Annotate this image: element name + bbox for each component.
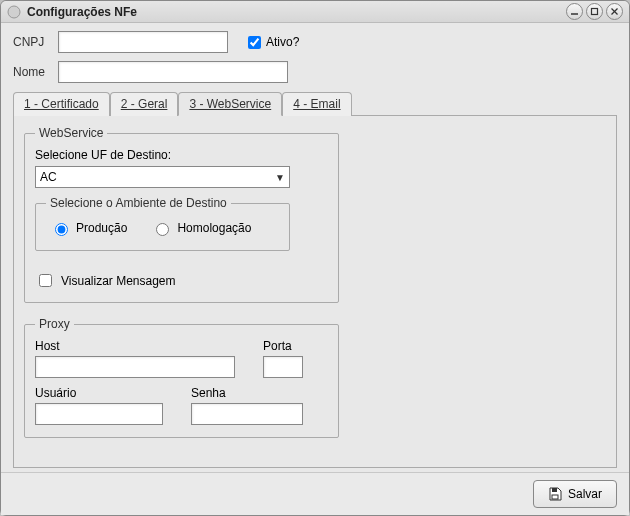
proxy-fieldset: Proxy Host Porta Usuário [24, 317, 339, 438]
ambiente-fieldset: Selecione o Ambiente de Destino Produção… [35, 196, 290, 251]
radio-homolog[interactable] [156, 223, 169, 236]
ativo-label: Ativo? [266, 35, 299, 49]
host-label: Host [35, 339, 235, 353]
window-title: Configurações NFe [27, 5, 137, 19]
radio-homolog-wrap[interactable]: Homologação [151, 220, 251, 236]
close-button[interactable] [606, 3, 623, 20]
window: Configurações NFe CNPJ Ativo? Nome 1 - C… [0, 0, 630, 516]
proxy-legend: Proxy [35, 317, 74, 331]
radio-homolog-label: Homologação [177, 221, 251, 235]
webservice-fieldset: WebService Selecione UF de Destino: AC ▼… [24, 126, 339, 303]
svg-point-0 [8, 6, 20, 18]
ativo-checkbox-wrap[interactable]: Ativo? [244, 33, 299, 52]
salvar-button[interactable]: Salvar [533, 480, 617, 508]
porta-input[interactable] [263, 356, 303, 378]
svg-rect-2 [592, 9, 598, 15]
minimize-button[interactable] [566, 3, 583, 20]
radio-producao[interactable] [55, 223, 68, 236]
porta-label: Porta [263, 339, 303, 353]
maximize-button[interactable] [586, 3, 603, 20]
nome-input[interactable] [58, 61, 288, 83]
chevron-down-icon: ▼ [275, 172, 285, 183]
uf-select[interactable]: AC ▼ [35, 166, 290, 188]
tab-panel-webservice: WebService Selecione UF de Destino: AC ▼… [13, 116, 617, 468]
save-icon [548, 487, 562, 501]
tab-email[interactable]: 4 - Email [282, 92, 351, 116]
visualizar-checkbox-wrap[interactable]: Visualizar Mensagem [35, 271, 176, 290]
cnpj-input[interactable] [58, 31, 228, 53]
radio-producao-label: Produção [76, 221, 127, 235]
senha-label: Senha [191, 386, 303, 400]
ativo-checkbox[interactable] [248, 36, 261, 49]
webservice-legend: WebService [35, 126, 107, 140]
svg-rect-5 [552, 488, 557, 492]
host-input[interactable] [35, 356, 235, 378]
titlebar: Configurações NFe [1, 1, 629, 23]
nome-label: Nome [13, 65, 58, 79]
footer: Salvar [1, 472, 629, 515]
usuario-label: Usuário [35, 386, 163, 400]
tab-webservice[interactable]: 3 - WebService [178, 92, 282, 116]
tab-bar: 1 - Certificado 2 - Geral 3 - WebService… [13, 91, 617, 116]
tab-certificado[interactable]: 1 - Certificado [13, 92, 110, 116]
senha-input[interactable] [191, 403, 303, 425]
uf-select-value: AC [40, 170, 57, 184]
uf-label: Selecione UF de Destino: [35, 148, 328, 162]
salvar-label: Salvar [568, 487, 602, 501]
visualizar-checkbox[interactable] [39, 274, 52, 287]
tab-geral[interactable]: 2 - Geral [110, 92, 179, 116]
visualizar-label: Visualizar Mensagem [61, 274, 176, 288]
app-icon [7, 5, 21, 19]
cnpj-label: CNPJ [13, 35, 58, 49]
radio-producao-wrap[interactable]: Produção [50, 220, 127, 236]
usuario-input[interactable] [35, 403, 163, 425]
ambiente-legend: Selecione o Ambiente de Destino [46, 196, 231, 210]
